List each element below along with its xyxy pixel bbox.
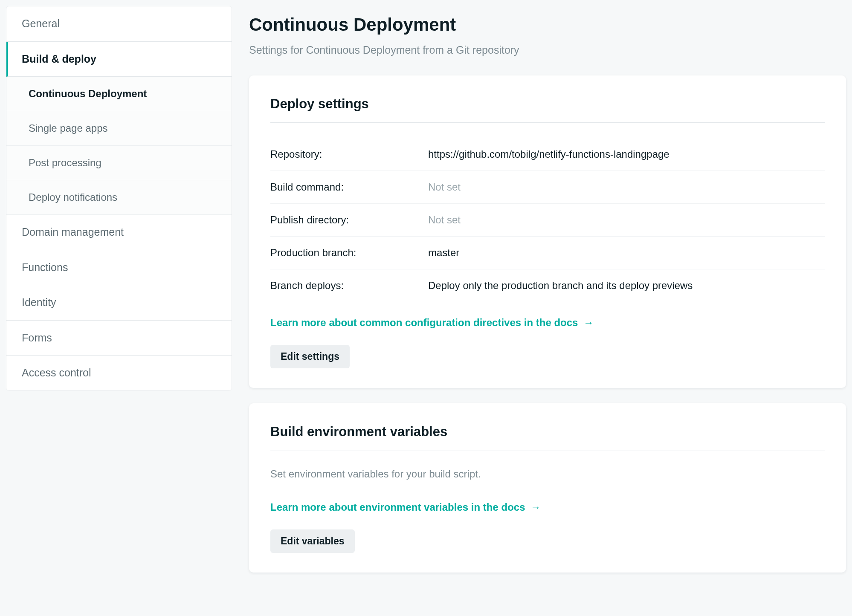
setting-value-publish-directory: Not set (428, 212, 825, 228)
settings-page: General Build & deploy Continuous Deploy… (0, 0, 852, 616)
page-title: Continuous Deployment (249, 11, 846, 38)
sidebar-item-identity[interactable]: Identity (6, 285, 232, 321)
build-env-vars-title: Build environment variables (270, 422, 825, 451)
settings-sidebar: General Build & deploy Continuous Deploy… (6, 6, 232, 391)
build-env-vars-card: Build environment variables Set environm… (249, 403, 846, 573)
edit-settings-button[interactable]: Edit settings (270, 345, 350, 368)
deploy-settings-title: Deploy settings (270, 94, 825, 123)
learn-link-env-variables[interactable]: Learn more about environment variables i… (270, 500, 541, 515)
setting-row-production-branch: Production branch: master (270, 237, 825, 269)
arrow-right-icon: → (530, 501, 541, 513)
setting-row-repository: Repository: https://github.com/tobilg/ne… (270, 138, 825, 171)
sidebar-subitem-single-page-apps[interactable]: Single page apps (6, 111, 232, 146)
setting-value-production-branch: master (428, 245, 825, 260)
setting-label-repository: Repository: (270, 147, 428, 162)
page-subtitle: Settings for Continuous Deployment from … (249, 42, 846, 58)
sidebar-item-build-deploy[interactable]: Build & deploy (6, 42, 232, 77)
setting-label-build-command: Build command: (270, 179, 428, 195)
sidebar-item-forms[interactable]: Forms (6, 321, 232, 356)
setting-row-branch-deploys: Branch deploys: Deploy only the producti… (270, 269, 825, 302)
main-content: Continuous Deployment Settings for Conti… (249, 6, 846, 610)
learn-link-text: Learn more about common configuration di… (270, 317, 578, 328)
learn-link-config-directives[interactable]: Learn more about common configuration di… (270, 315, 594, 330)
setting-label-publish-directory: Publish directory: (270, 212, 428, 228)
setting-row-publish-directory: Publish directory: Not set (270, 204, 825, 237)
build-env-vars-desc: Set environment variables for your build… (270, 466, 825, 482)
sidebar-item-access-control[interactable]: Access control (6, 356, 232, 390)
setting-value-build-command: Not set (428, 179, 825, 195)
sidebar-item-functions[interactable]: Functions (6, 250, 232, 286)
sidebar-subitem-deploy-notifications[interactable]: Deploy notifications (6, 180, 232, 215)
edit-variables-button[interactable]: Edit variables (270, 529, 355, 553)
deploy-settings-card: Deploy settings Repository: https://gith… (249, 75, 846, 388)
setting-row-build-command: Build command: Not set (270, 171, 825, 204)
learn-link-text: Learn more about environment variables i… (270, 501, 525, 513)
setting-value-repository: https://github.com/tobilg/netlify-functi… (428, 147, 825, 162)
sidebar-item-domain-management[interactable]: Domain management (6, 215, 232, 250)
setting-value-branch-deploys: Deploy only the production branch and it… (428, 278, 825, 293)
setting-label-production-branch: Production branch: (270, 245, 428, 260)
arrow-right-icon: → (583, 317, 594, 328)
sidebar-item-general[interactable]: General (6, 6, 232, 42)
sidebar-subitem-post-processing[interactable]: Post processing (6, 146, 232, 180)
sidebar-subitem-continuous-deployment[interactable]: Continuous Deployment (6, 77, 232, 111)
setting-label-branch-deploys: Branch deploys: (270, 278, 428, 293)
